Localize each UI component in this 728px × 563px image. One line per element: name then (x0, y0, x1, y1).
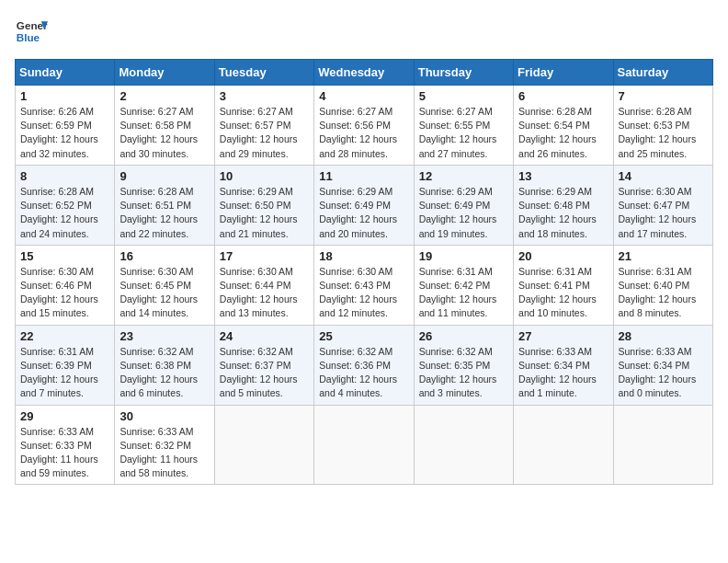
day-info: Sunrise: 6:29 AM Sunset: 6:50 PM Dayligh… (220, 185, 309, 241)
weekday-header-friday: Friday (514, 60, 613, 86)
calendar-cell: 5Sunrise: 6:27 AM Sunset: 6:55 PM Daylig… (414, 86, 513, 166)
day-number: 15 (20, 249, 109, 263)
day-number: 7 (619, 89, 708, 103)
day-info: Sunrise: 6:27 AM Sunset: 6:55 PM Dayligh… (419, 105, 508, 161)
day-number: 22 (20, 329, 109, 343)
day-info: Sunrise: 6:30 AM Sunset: 6:44 PM Dayligh… (220, 265, 309, 321)
calendar-cell: 28Sunrise: 6:33 AM Sunset: 6:34 PM Dayli… (613, 325, 712, 405)
day-info: Sunrise: 6:31 AM Sunset: 6:39 PM Dayligh… (20, 345, 109, 401)
calendar-cell: 2Sunrise: 6:27 AM Sunset: 6:58 PM Daylig… (115, 86, 214, 166)
day-number: 5 (419, 89, 508, 103)
calendar-cell: 6Sunrise: 6:28 AM Sunset: 6:54 PM Daylig… (514, 86, 613, 166)
day-info: Sunrise: 6:30 AM Sunset: 6:45 PM Dayligh… (119, 265, 209, 321)
day-info: Sunrise: 6:33 AM Sunset: 6:34 PM Dayligh… (619, 345, 708, 401)
calendar-cell: 10Sunrise: 6:29 AM Sunset: 6:50 PM Dayli… (214, 165, 313, 245)
day-info: Sunrise: 6:32 AM Sunset: 6:38 PM Dayligh… (119, 345, 209, 401)
logo-icon: General Blue (15, 15, 48, 48)
calendar-cell (314, 405, 414, 485)
day-info: Sunrise: 6:29 AM Sunset: 6:49 PM Dayligh… (419, 185, 508, 241)
calendar-cell: 25Sunrise: 6:32 AM Sunset: 6:36 PM Dayli… (314, 325, 414, 405)
day-number: 11 (319, 169, 408, 183)
day-number: 18 (319, 249, 408, 263)
day-info: Sunrise: 6:30 AM Sunset: 6:47 PM Dayligh… (619, 185, 708, 241)
weekday-header-monday: Monday (115, 60, 214, 86)
calendar-cell: 30Sunrise: 6:33 AM Sunset: 6:32 PM Dayli… (115, 405, 214, 485)
day-number: 9 (119, 169, 209, 183)
calendar-cell: 26Sunrise: 6:32 AM Sunset: 6:35 PM Dayli… (414, 325, 513, 405)
calendar-cell: 4Sunrise: 6:27 AM Sunset: 6:56 PM Daylig… (314, 86, 414, 166)
calendar-cell: 16Sunrise: 6:30 AM Sunset: 6:45 PM Dayli… (115, 245, 214, 325)
calendar-cell: 29Sunrise: 6:33 AM Sunset: 6:33 PM Dayli… (16, 405, 115, 485)
day-number: 19 (419, 249, 508, 263)
calendar-table: SundayMondayTuesdayWednesdayThursdayFrid… (15, 59, 713, 485)
day-number: 16 (119, 249, 209, 263)
weekday-header-thursday: Thursday (414, 60, 513, 86)
calendar-cell: 21Sunrise: 6:31 AM Sunset: 6:40 PM Dayli… (613, 245, 712, 325)
day-number: 24 (220, 329, 309, 343)
day-number: 20 (518, 249, 608, 263)
day-info: Sunrise: 6:31 AM Sunset: 6:42 PM Dayligh… (419, 265, 508, 321)
day-number: 30 (119, 409, 209, 423)
day-number: 4 (319, 89, 408, 103)
calendar-cell: 17Sunrise: 6:30 AM Sunset: 6:44 PM Dayli… (214, 245, 313, 325)
day-info: Sunrise: 6:33 AM Sunset: 6:33 PM Dayligh… (20, 425, 109, 481)
day-info: Sunrise: 6:29 AM Sunset: 6:48 PM Dayligh… (518, 185, 608, 241)
weekday-header-saturday: Saturday (613, 60, 712, 86)
day-number: 26 (419, 329, 508, 343)
calendar-cell: 13Sunrise: 6:29 AM Sunset: 6:48 PM Dayli… (514, 165, 613, 245)
day-info: Sunrise: 6:32 AM Sunset: 6:36 PM Dayligh… (319, 345, 408, 401)
day-info: Sunrise: 6:27 AM Sunset: 6:58 PM Dayligh… (119, 105, 209, 161)
day-info: Sunrise: 6:33 AM Sunset: 6:34 PM Dayligh… (518, 345, 608, 401)
day-info: Sunrise: 6:28 AM Sunset: 6:52 PM Dayligh… (20, 185, 109, 241)
day-number: 1 (20, 89, 109, 103)
calendar-cell: 14Sunrise: 6:30 AM Sunset: 6:47 PM Dayli… (613, 165, 712, 245)
day-info: Sunrise: 6:29 AM Sunset: 6:49 PM Dayligh… (319, 185, 408, 241)
day-number: 17 (220, 249, 309, 263)
day-number: 2 (119, 89, 209, 103)
calendar-cell: 18Sunrise: 6:30 AM Sunset: 6:43 PM Dayli… (314, 245, 414, 325)
day-info: Sunrise: 6:32 AM Sunset: 6:35 PM Dayligh… (419, 345, 508, 401)
day-info: Sunrise: 6:28 AM Sunset: 6:51 PM Dayligh… (119, 185, 209, 241)
day-info: Sunrise: 6:31 AM Sunset: 6:40 PM Dayligh… (619, 265, 708, 321)
calendar-cell (613, 405, 712, 485)
day-number: 28 (619, 329, 708, 343)
calendar-cell (414, 405, 513, 485)
calendar-cell (514, 405, 613, 485)
page-header: General Blue (15, 15, 713, 48)
calendar-cell: 1Sunrise: 6:26 AM Sunset: 6:59 PM Daylig… (16, 86, 115, 166)
calendar-cell: 22Sunrise: 6:31 AM Sunset: 6:39 PM Dayli… (16, 325, 115, 405)
day-number: 21 (619, 249, 708, 263)
day-info: Sunrise: 6:27 AM Sunset: 6:57 PM Dayligh… (220, 105, 309, 161)
day-number: 10 (220, 169, 309, 183)
day-info: Sunrise: 6:26 AM Sunset: 6:59 PM Dayligh… (20, 105, 109, 161)
day-info: Sunrise: 6:32 AM Sunset: 6:37 PM Dayligh… (220, 345, 309, 401)
calendar-cell: 23Sunrise: 6:32 AM Sunset: 6:38 PM Dayli… (115, 325, 214, 405)
calendar-cell: 12Sunrise: 6:29 AM Sunset: 6:49 PM Dayli… (414, 165, 513, 245)
calendar-cell: 8Sunrise: 6:28 AM Sunset: 6:52 PM Daylig… (16, 165, 115, 245)
day-number: 27 (518, 329, 608, 343)
day-info: Sunrise: 6:30 AM Sunset: 6:43 PM Dayligh… (319, 265, 408, 321)
weekday-header-wednesday: Wednesday (314, 60, 414, 86)
day-number: 6 (518, 89, 608, 103)
day-number: 29 (20, 409, 109, 423)
calendar-cell: 11Sunrise: 6:29 AM Sunset: 6:49 PM Dayli… (314, 165, 414, 245)
calendar-cell: 19Sunrise: 6:31 AM Sunset: 6:42 PM Dayli… (414, 245, 513, 325)
svg-text:Blue: Blue (17, 31, 40, 43)
day-number: 23 (119, 329, 209, 343)
calendar-cell (214, 405, 313, 485)
calendar-cell: 24Sunrise: 6:32 AM Sunset: 6:37 PM Dayli… (214, 325, 313, 405)
calendar-cell: 20Sunrise: 6:31 AM Sunset: 6:41 PM Dayli… (514, 245, 613, 325)
day-number: 3 (220, 89, 309, 103)
weekday-header-sunday: Sunday (16, 60, 115, 86)
day-number: 25 (319, 329, 408, 343)
logo: General Blue (15, 15, 48, 48)
day-info: Sunrise: 6:31 AM Sunset: 6:41 PM Dayligh… (518, 265, 608, 321)
weekday-header-tuesday: Tuesday (214, 60, 313, 86)
day-info: Sunrise: 6:30 AM Sunset: 6:46 PM Dayligh… (20, 265, 109, 321)
calendar-cell: 3Sunrise: 6:27 AM Sunset: 6:57 PM Daylig… (214, 86, 313, 166)
day-info: Sunrise: 6:33 AM Sunset: 6:32 PM Dayligh… (119, 425, 209, 481)
calendar-cell: 7Sunrise: 6:28 AM Sunset: 6:53 PM Daylig… (613, 86, 712, 166)
calendar-cell: 15Sunrise: 6:30 AM Sunset: 6:46 PM Dayli… (16, 245, 115, 325)
day-number: 14 (619, 169, 708, 183)
day-number: 13 (518, 169, 608, 183)
